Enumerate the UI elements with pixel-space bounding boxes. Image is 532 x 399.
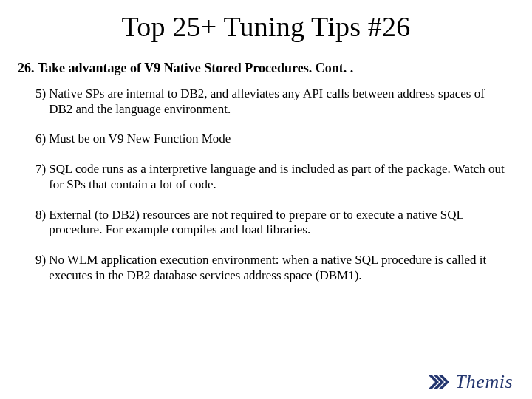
item-text: No WLM application execution environment…	[49, 253, 505, 283]
item-number: 8)	[35, 208, 49, 238]
slide: Top 25+ Tuning Tips #26 26. Take advanta…	[0, 0, 532, 399]
list-item: 9) No WLM application execution environm…	[35, 253, 505, 283]
item-number: 9)	[35, 253, 49, 283]
item-text: External (to DB2) resources are not requ…	[49, 208, 505, 238]
logo-text: Themis	[455, 371, 513, 393]
item-list: 5) Native SPs are internal to DB2, and a…	[35, 86, 505, 284]
slide-title: Top 25+ Tuning Tips #26	[0, 0, 532, 43]
list-item: 6) Must be on V9 New Function Mode	[35, 132, 505, 147]
list-item: 5) Native SPs are internal to DB2, and a…	[35, 86, 505, 117]
list-item: 7) SQL code runs as a interpretive langu…	[35, 162, 505, 192]
logo-icon	[429, 372, 451, 392]
list-item: 8) External (to DB2) resources are not r…	[35, 208, 505, 238]
item-text: Must be on V9 New Function Mode	[49, 132, 505, 147]
item-number: 6)	[35, 132, 49, 147]
item-text: Native SPs are internal to DB2, and alle…	[49, 86, 505, 117]
item-number: 5)	[35, 86, 49, 117]
brand-logo: Themis	[429, 371, 513, 393]
item-text: SQL code runs as a interpretive language…	[49, 162, 505, 192]
item-number: 7)	[35, 162, 49, 192]
section-heading: 26. Take advantage of V9 Native Stored P…	[18, 61, 532, 76]
